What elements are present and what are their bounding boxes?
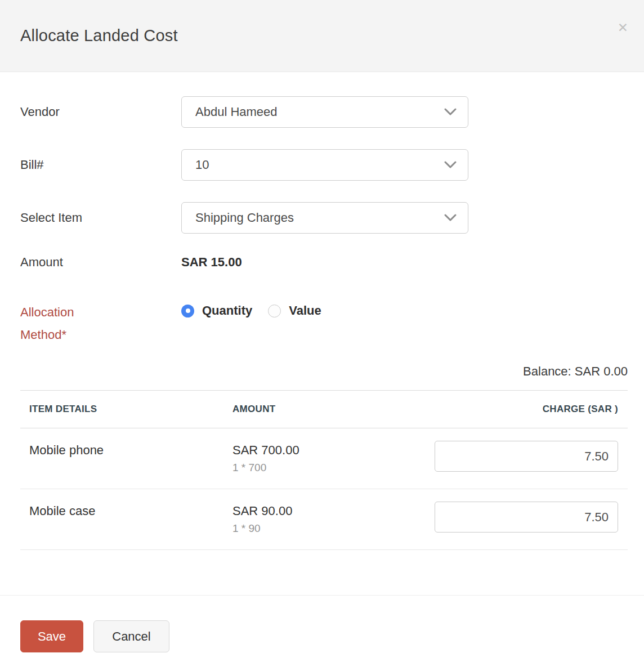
select-item-row: Select Item Shipping Charges xyxy=(20,202,628,234)
vendor-select-value: Abdul Hameed xyxy=(195,105,278,119)
amount-label: Amount xyxy=(20,255,181,270)
amount-row: Amount SAR 15.00 xyxy=(20,255,628,270)
bill-row: Bill# 10 xyxy=(20,149,628,181)
modal-header: Allocate Landed Cost ✕ xyxy=(0,0,644,72)
radio-selected-icon[interactable] xyxy=(181,305,194,317)
item-calc: 1 * 700 xyxy=(232,462,435,474)
table-row: Mobile phone SAR 700.00 1 * 700 xyxy=(20,428,628,489)
item-calc: 1 * 90 xyxy=(232,522,435,535)
table-row: Mobile case SAR 90.00 1 * 90 xyxy=(20,489,628,550)
charge-cell xyxy=(435,502,628,533)
charge-input[interactable] xyxy=(435,441,618,472)
close-icon[interactable]: ✕ xyxy=(618,21,628,34)
table-header-row: ITEM DETAILS AMOUNT CHARGE (SAR ) xyxy=(20,391,628,428)
radio-label-quantity: Quantity xyxy=(202,303,252,318)
balance-text: Balance: SAR 0.00 xyxy=(20,364,628,379)
bill-label: Bill# xyxy=(20,158,181,172)
radio-unselected-icon[interactable] xyxy=(268,305,281,317)
allocate-landed-cost-modal: Allocate Landed Cost ✕ Vendor Abdul Hame… xyxy=(0,0,644,652)
chevron-down-icon xyxy=(444,161,457,169)
modal-title: Allocate Landed Cost xyxy=(20,26,178,45)
item-amount-cell: SAR 700.00 1 * 700 xyxy=(232,441,435,474)
item-name: Mobile phone xyxy=(20,441,232,459)
allocation-method-radio-group: Quantity Value xyxy=(181,303,337,318)
amount-value: SAR 15.00 xyxy=(181,255,242,270)
chevron-down-icon xyxy=(444,108,457,116)
header-charge: CHARGE (SAR ) xyxy=(435,404,628,415)
item-amount: SAR 700.00 xyxy=(232,441,435,459)
header-amount: AMOUNT xyxy=(232,404,435,415)
vendor-label: Vendor xyxy=(20,105,181,119)
header-item-details: ITEM DETAILS xyxy=(20,404,232,415)
allocation-method-row: Allocation Method* Quantity Value xyxy=(20,301,628,346)
modal-footer: Save Cancel xyxy=(0,595,644,652)
radio-option-value[interactable]: Value xyxy=(268,303,321,318)
item-name: Mobile case xyxy=(20,502,232,520)
radio-label-value: Value xyxy=(289,303,321,318)
vendor-select[interactable]: Abdul Hameed xyxy=(181,96,468,128)
save-button[interactable]: Save xyxy=(20,620,83,652)
allocation-table: ITEM DETAILS AMOUNT CHARGE (SAR ) Mobile… xyxy=(20,390,628,550)
chevron-down-icon xyxy=(444,214,457,222)
charge-cell xyxy=(435,441,628,472)
allocation-method-label: Allocation Method* xyxy=(20,301,181,346)
bill-select[interactable]: 10 xyxy=(181,149,468,181)
item-select[interactable]: Shipping Charges xyxy=(181,202,468,234)
radio-option-quantity[interactable]: Quantity xyxy=(181,303,252,318)
cancel-button[interactable]: Cancel xyxy=(93,620,169,652)
modal-body: Vendor Abdul Hameed Bill# 10 Select Item xyxy=(0,72,644,550)
vendor-row: Vendor Abdul Hameed xyxy=(20,96,628,128)
select-item-label: Select Item xyxy=(20,211,181,225)
item-select-value: Shipping Charges xyxy=(195,211,294,225)
bill-select-value: 10 xyxy=(195,158,209,172)
item-amount-cell: SAR 90.00 1 * 90 xyxy=(232,502,435,535)
item-amount: SAR 90.00 xyxy=(232,502,435,520)
charge-input[interactable] xyxy=(435,502,618,533)
